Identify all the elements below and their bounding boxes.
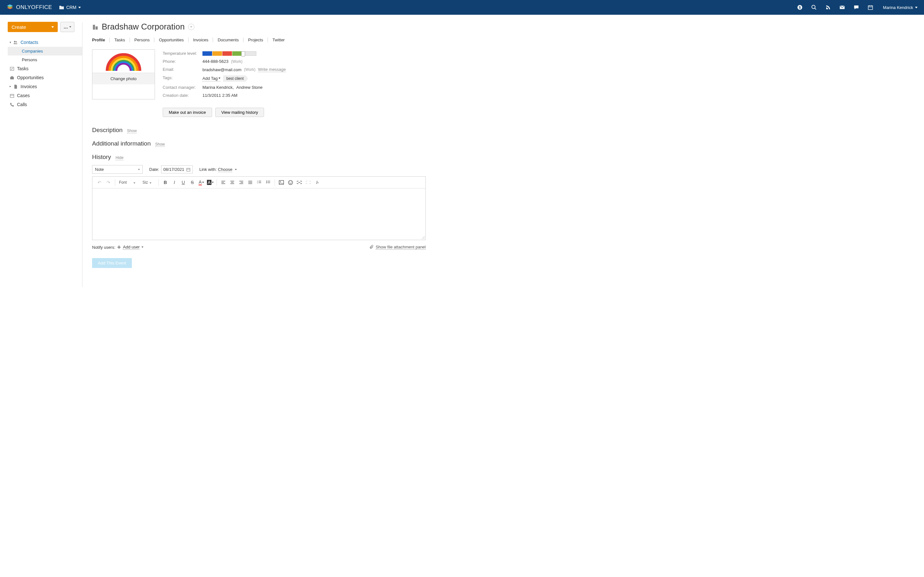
tab-profile[interactable]: Profile: [92, 37, 110, 42]
align-center-button[interactable]: [228, 179, 236, 186]
company-icon: [92, 24, 99, 30]
sidebar-item-companies[interactable]: Companies: [8, 47, 82, 55]
tab-projects[interactable]: Projects: [244, 37, 268, 42]
text-color-button[interactable]: A: [197, 179, 205, 186]
align-right-button[interactable]: [237, 179, 245, 186]
italic-button[interactable]: I: [170, 179, 178, 186]
user-menu[interactable]: Marina Kendrick: [883, 5, 918, 10]
tab-invoices[interactable]: Invoices: [189, 37, 213, 42]
bullet-list-button[interactable]: [264, 179, 272, 186]
svg-rect-14: [11, 76, 13, 77]
additional-toggle[interactable]: Show: [155, 142, 165, 147]
tab-persons[interactable]: Persons: [130, 37, 155, 42]
sidebar-item-cases[interactable]: Cases: [8, 91, 82, 100]
currency-icon[interactable]: $: [797, 5, 803, 10]
undo-button[interactable]: ↶: [95, 179, 103, 186]
link-with-choose[interactable]: Choose: [218, 167, 232, 172]
tab-opportunities[interactable]: Opportunities: [154, 37, 188, 42]
tab-documents[interactable]: Documents: [213, 37, 244, 42]
module-selector[interactable]: CRM: [59, 5, 81, 10]
title-actions-dropdown[interactable]: [188, 24, 194, 30]
align-justify-button[interactable]: [246, 179, 254, 186]
event-type-select[interactable]: Note: [92, 165, 143, 174]
link-with-label: Link with:: [199, 167, 216, 172]
feed-icon[interactable]: [825, 5, 831, 10]
sidebar-item-persons[interactable]: Persons: [8, 55, 82, 64]
editor-textarea[interactable]: [92, 189, 425, 240]
brand-logo[interactable]: ONLYOFFICE: [6, 4, 52, 11]
sidebar-item-contacts[interactable]: Contacts: [8, 38, 82, 47]
additional-heading: Additional information: [92, 140, 151, 147]
onlyoffice-logo-icon: [6, 4, 13, 11]
emoji-button[interactable]: [286, 179, 294, 186]
strike-button[interactable]: S: [188, 179, 196, 186]
module-name: CRM: [66, 5, 76, 10]
brand-name: ONLYOFFICE: [16, 4, 52, 11]
numbered-list-button[interactable]: 12: [255, 179, 263, 186]
main-content: Bradshaw Corporation Profile Tasks Perso…: [82, 15, 435, 287]
chat-icon[interactable]: [853, 5, 859, 10]
chevron-down-icon: [69, 26, 71, 27]
svg-point-45: [291, 182, 292, 182]
create-button[interactable]: Create: [8, 22, 58, 32]
more-actions-button[interactable]: ...: [60, 22, 74, 32]
add-tag-button[interactable]: Add Tag: [202, 76, 220, 81]
bold-button[interactable]: B: [162, 179, 169, 186]
redo-button[interactable]: ↷: [105, 179, 112, 186]
svg-line-3: [814, 8, 816, 10]
attachment-panel-toggle[interactable]: Show file attachment panel: [369, 245, 426, 250]
user-name: Marina Kendrick: [883, 5, 913, 10]
history-toggle[interactable]: Hide: [115, 155, 124, 160]
sidebar-item-calls[interactable]: Calls: [8, 100, 82, 109]
phone-type: (Work): [231, 59, 242, 64]
calendar-icon: [186, 167, 191, 172]
svg-point-37: [266, 181, 267, 182]
tags-label: Tags:: [163, 75, 202, 82]
slider-handle[interactable]: [241, 51, 245, 56]
sidebar-item-tasks[interactable]: Tasks: [8, 64, 82, 73]
created-value: 11/3/2011 2:35 AM: [202, 93, 237, 98]
unlink-button[interactable]: [304, 179, 312, 186]
calendar-icon[interactable]: [867, 5, 873, 10]
chevron-down-icon: [138, 169, 140, 170]
phone-value: 444-888-5623: [202, 59, 228, 64]
svg-rect-13: [10, 77, 14, 79]
document-icon: [13, 84, 18, 89]
tab-twitter[interactable]: Twitter: [268, 37, 289, 42]
add-user-link[interactable]: Add user: [123, 245, 140, 250]
history-heading: History: [92, 153, 111, 161]
profile-tabs: Profile Tasks Persons Opportunities Invo…: [92, 37, 426, 42]
link-button[interactable]: [296, 179, 303, 186]
align-left-button[interactable]: [220, 179, 227, 186]
resize-handle-icon[interactable]: [421, 235, 425, 239]
write-message-link[interactable]: Write message: [258, 67, 286, 72]
clear-format-button[interactable]: Ix: [313, 179, 321, 186]
svg-rect-6: [868, 6, 873, 10]
notify-label: Notify users:: [92, 245, 115, 250]
temperature-slider[interactable]: [202, 51, 256, 56]
mail-icon[interactable]: [839, 5, 845, 10]
svg-text:$: $: [799, 5, 801, 9]
tasks-icon: [10, 66, 15, 71]
underline-button[interactable]: U: [179, 179, 187, 186]
photo-box: Change photo: [92, 49, 155, 99]
temperature-label: Temperature level:: [163, 51, 202, 56]
tab-tasks[interactable]: Tasks: [110, 37, 129, 42]
make-invoice-button[interactable]: Make out an invoice: [163, 108, 212, 117]
tag-chip[interactable]: best client: [223, 75, 248, 82]
bg-color-button[interactable]: A: [206, 179, 214, 186]
description-toggle[interactable]: Show: [127, 129, 137, 133]
image-button[interactable]: [278, 179, 285, 186]
size-select[interactable]: Siz: [141, 179, 156, 185]
search-icon[interactable]: [811, 5, 817, 10]
svg-rect-19: [187, 168, 190, 171]
sidebar-item-opportunities[interactable]: Opportunities: [8, 73, 82, 82]
sidebar-item-invoices[interactable]: Invoices: [8, 82, 82, 91]
svg-point-43: [288, 181, 292, 185]
font-select[interactable]: Font: [118, 179, 140, 185]
date-input[interactable]: 08/17/2021: [161, 165, 193, 173]
view-mailing-button[interactable]: View mailing history: [215, 108, 264, 117]
add-event-button[interactable]: Add This Event: [92, 258, 132, 268]
change-photo-button[interactable]: Change photo: [92, 73, 155, 84]
chevron-down-icon: [218, 77, 220, 79]
